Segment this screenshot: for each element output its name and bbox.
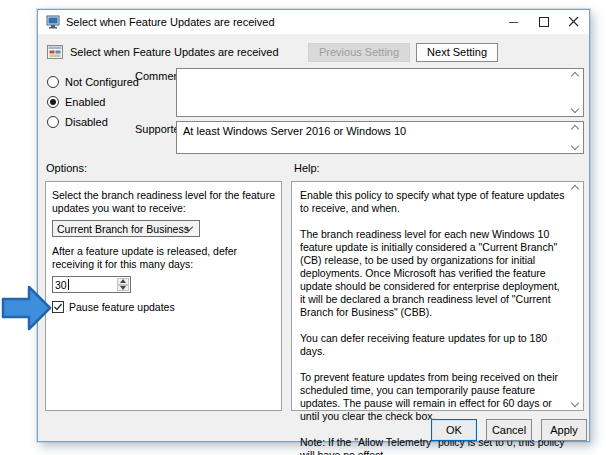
defer-days-prompt: After a feature update is released, defe…: [52, 245, 275, 271]
help-paragraph: You can defer receiving feature updates …: [300, 332, 565, 358]
setting-name: Select when Feature Updates are received: [70, 46, 279, 58]
comment-textarea[interactable]: [176, 68, 584, 117]
setting-nav-buttons: Previous Setting Next Setting: [308, 43, 498, 62]
radio-label-not-configured: Not Configured: [65, 76, 139, 88]
window-title: Select when Feature Updates are received: [66, 16, 275, 28]
help-panel[interactable]: Enable this policy to specify what type …: [291, 181, 584, 411]
defer-days-input[interactable]: 30: [52, 276, 131, 293]
spinner-down-button[interactable]: [117, 285, 129, 292]
state-radio-group: Not Configured Enabled Disabled: [47, 72, 139, 132]
title-bar[interactable]: Select when Feature Updates are received: [38, 10, 589, 34]
radio-enabled[interactable]: Enabled: [47, 92, 139, 112]
next-setting-button[interactable]: Next Setting: [416, 43, 498, 62]
scroll-down-icon[interactable]: [571, 142, 579, 150]
pause-feature-updates-checkbox[interactable]: Pause feature updates: [52, 301, 275, 313]
scroll-down-icon[interactable]: [571, 399, 579, 407]
supported-on-field[interactable]: At least Windows Server 2016 or Windows …: [176, 121, 584, 154]
minimize-icon: [509, 17, 519, 27]
maximize-button[interactable]: [529, 10, 559, 34]
radio-label-enabled: Enabled: [65, 96, 105, 108]
app-icon: [46, 15, 60, 29]
help-paragraph: Enable this policy to specify what type …: [300, 189, 565, 215]
policy-setting-icon: [47, 45, 63, 59]
radio-circle-icon: [47, 76, 59, 88]
options-section-label: Options:: [46, 162, 87, 174]
checkbox-checked-icon: [52, 301, 64, 313]
close-button[interactable]: [559, 10, 589, 34]
spinner-buttons: [117, 278, 129, 291]
scroll-down-icon[interactable]: [571, 105, 579, 113]
scroll-up-icon[interactable]: [571, 185, 579, 193]
ok-button[interactable]: OK: [431, 419, 477, 441]
annotation-arrow-icon: [1, 283, 53, 333]
maximize-icon: [539, 17, 549, 27]
radio-circle-icon: [47, 116, 59, 128]
radio-label-disabled: Disabled: [65, 116, 108, 128]
defer-days-value: 30: [55, 279, 67, 291]
radio-not-configured[interactable]: Not Configured: [47, 72, 139, 92]
scroll-up-icon[interactable]: [571, 125, 579, 133]
branch-readiness-value: Current Branch for Business: [57, 223, 189, 235]
close-icon: [569, 17, 579, 27]
scroll-up-icon[interactable]: [571, 72, 579, 80]
text-caret: [68, 279, 69, 290]
radio-circle-icon: [47, 96, 59, 108]
policy-setting-dialog: Select when Feature Updates are received…: [37, 9, 590, 442]
setting-header: Select when Feature Updates are received…: [38, 34, 589, 70]
help-paragraph: To prevent feature updates from being re…: [300, 371, 565, 423]
options-panel: Select the branch readiness level for th…: [45, 181, 282, 411]
pause-checkbox-label: Pause feature updates: [69, 301, 175, 313]
cancel-button[interactable]: Cancel: [486, 419, 532, 441]
branch-readiness-dropdown[interactable]: Current Branch for Business: [52, 220, 200, 237]
radio-disabled[interactable]: Disabled: [47, 112, 139, 132]
apply-button[interactable]: Apply: [541, 419, 587, 441]
triangle-up-icon: [120, 279, 126, 283]
window-controls: [499, 10, 589, 34]
supported-on-value: At least Windows Server 2016 or Windows …: [183, 125, 406, 137]
help-section-label: Help:: [294, 162, 320, 174]
minimize-button[interactable]: [499, 10, 529, 34]
previous-setting-button[interactable]: Previous Setting: [308, 43, 410, 62]
triangle-down-icon: [120, 286, 126, 290]
branch-readiness-prompt: Select the branch readiness level for th…: [52, 189, 275, 215]
help-paragraph: The branch readiness level for each new …: [300, 228, 565, 319]
